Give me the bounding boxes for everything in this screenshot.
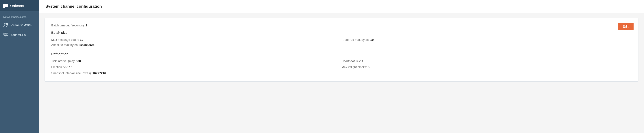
main-content: System channel configuration Edit Batch … (39, 0, 644, 133)
sidebar-header-label: Orderers (10, 4, 24, 8)
max-message-count-label: Max message count: (51, 38, 79, 41)
preferred-max-bytes-label: Preferred max bytes: (342, 38, 370, 41)
svg-rect-7 (4, 33, 6, 34)
svg-point-4 (4, 23, 6, 25)
sidebar-header[interactable]: Orderers (0, 0, 39, 11)
tick-interval-value: 500 (76, 59, 81, 63)
network-participants-label: Network participants (0, 11, 39, 20)
election-tick-value: 10 (69, 65, 72, 69)
batch-size-grid: Max message count: 10 Absolute max bytes… (51, 37, 632, 47)
batch-size-left-col: Max message count: 10 Absolute max bytes… (51, 37, 342, 47)
config-card: Edit Batch timeout (seconds): 2 Batch si… (44, 18, 638, 82)
batch-size-title: Batch size (51, 31, 632, 34)
edit-button[interactable]: Edit (618, 23, 634, 30)
raft-option-title: Raft option (51, 52, 632, 56)
max-inflight-blocks-label: Max inflight blocks: (342, 65, 367, 69)
batch-timeout-row: Batch timeout (seconds): 2 (51, 24, 632, 27)
your-msp-icon (3, 32, 8, 37)
sidebar: Orderers Network participants Partners' … (0, 0, 39, 133)
svg-rect-0 (3, 4, 8, 5)
batch-timeout-label: Batch timeout (seconds): (51, 24, 85, 27)
page-title: System channel configuration (46, 4, 102, 8)
raft-left-col: Tick interval (ms): 500 Election tick: 1… (51, 59, 342, 76)
sidebar-item-your-msps[interactable]: Your MSPs (0, 30, 39, 40)
heartbeat-tick-label: Heartbeat tick: (342, 59, 361, 63)
raft-section: Raft option Tick interval (ms): 500 Elec… (51, 52, 632, 76)
election-tick-label: Election tick: (51, 65, 68, 69)
election-tick-row: Election tick: 10 (51, 65, 342, 70)
heartbeat-tick-row: Heartbeat tick: 1 (342, 59, 632, 64)
raft-grid: Tick interval (ms): 500 Election tick: 1… (51, 59, 632, 76)
max-inflight-blocks-value: 5 (368, 65, 369, 69)
snapshot-interval-row: Snapshot interval size (bytes): 16777216 (51, 71, 342, 76)
sidebar-item-partners-msps[interactable]: Partners' MSPs (0, 20, 39, 30)
svg-rect-2 (3, 6, 8, 7)
batch-timeout-value: 2 (85, 24, 87, 27)
content-area: Edit Batch timeout (seconds): 2 Batch si… (39, 13, 644, 133)
svg-point-5 (6, 23, 8, 25)
svg-rect-3 (3, 7, 5, 8)
partners-msp-icon (3, 22, 8, 27)
absolute-max-bytes-value: 103809024 (79, 43, 94, 47)
max-message-count-value: 10 (80, 38, 83, 41)
snapshot-interval-label: Snapshot interval size (bytes): (51, 71, 92, 75)
preferred-max-bytes-value: 10 (370, 38, 374, 41)
heartbeat-tick-value: 1 (362, 59, 363, 63)
absolute-max-bytes-label: Absolute max bytes: (51, 43, 78, 47)
batch-size-right-col: Preferred max bytes: 10 (342, 37, 632, 47)
svg-rect-1 (3, 5, 8, 6)
snapshot-interval-value: 16777216 (92, 71, 106, 75)
orderers-icon (3, 4, 8, 8)
preferred-max-bytes-row: Preferred max bytes: 10 (342, 37, 632, 42)
absolute-max-bytes-row: Absolute max bytes: 103809024 (51, 42, 342, 47)
sidebar-item-your-msps-label: Your MSPs (11, 33, 26, 37)
tick-interval-row: Tick interval (ms): 500 (51, 59, 342, 64)
tick-interval-label: Tick interval (ms): (51, 59, 75, 63)
max-message-count-row: Max message count: 10 (51, 37, 342, 42)
max-inflight-blocks-row: Max inflight blocks: 5 (342, 65, 632, 70)
page-header: System channel configuration (39, 0, 644, 13)
raft-right-col: Heartbeat tick: 1 Max inflight blocks: 5 (342, 59, 632, 76)
sidebar-item-partners-msps-label: Partners' MSPs (11, 23, 32, 27)
svg-rect-8 (6, 33, 8, 34)
